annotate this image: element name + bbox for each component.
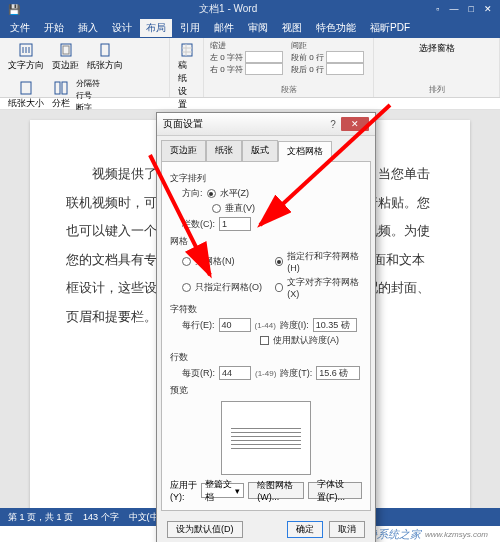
window-controls: ▫ — □ ✕ — [436, 4, 492, 14]
menu-design[interactable]: 设计 — [106, 19, 138, 37]
spacing-before-label: 段前 0 行 — [291, 52, 324, 63]
columns-label: 栏数(C): — [182, 218, 215, 231]
watermark-url: www.kzmsys.com — [425, 530, 488, 539]
spacing-after-input[interactable] — [326, 63, 364, 75]
columns-spinner[interactable]: 1 — [219, 217, 251, 231]
text-direction-group: 文字排列 — [170, 172, 362, 185]
columns-button[interactable]: 分栏 — [50, 78, 72, 113]
dialog-close-icon[interactable]: ✕ — [341, 117, 369, 131]
ribbon-group-arrange: 选择窗格 排列 — [374, 38, 500, 97]
tab-layout[interactable]: 版式 — [242, 140, 278, 161]
qat-save-icon[interactable]: 💾 — [8, 4, 20, 15]
dialog-help-icon[interactable]: ? — [325, 119, 341, 130]
maximize-icon[interactable]: □ — [469, 4, 474, 14]
menu-file[interactable]: 文件 — [4, 19, 36, 37]
per-page-spinner[interactable]: 44 — [219, 366, 251, 380]
dialog-title-bar[interactable]: 页面设置 ? ✕ — [157, 113, 375, 136]
status-words[interactable]: 143 个字 — [83, 511, 119, 524]
pitch-lines-spinner[interactable]: 15.6 磅 — [316, 366, 360, 380]
menu-foxit[interactable]: 福昕PDF — [364, 19, 416, 37]
document-title: 文档1 - Word — [20, 2, 436, 16]
use-default-pitch-label: 使用默认跨度(A) — [273, 334, 339, 347]
draw-grid-button[interactable]: 绘图网格(W)... — [248, 482, 304, 499]
apply-to-combo[interactable]: 整篇文档▾ — [201, 483, 244, 498]
title-bar: 💾 文档1 - Word ▫ — □ ✕ — [0, 0, 500, 18]
minimize-icon[interactable]: — — [450, 4, 459, 14]
indent-header: 缩进 — [210, 40, 283, 51]
menu-view[interactable]: 视图 — [276, 19, 308, 37]
margins-label: 页边距 — [52, 59, 79, 72]
radio-horizontal[interactable] — [207, 189, 216, 198]
size-button[interactable]: 纸张大小 — [6, 78, 46, 113]
tab-paper[interactable]: 纸张 — [206, 140, 242, 161]
cancel-button[interactable]: 取消 — [329, 521, 365, 538]
chevron-down-icon: ▾ — [235, 486, 240, 496]
per-page-label: 每页(R): — [182, 367, 215, 380]
ok-button[interactable]: 确定 — [287, 521, 323, 538]
menu-mailings[interactable]: 邮件 — [208, 19, 240, 37]
margins-button[interactable]: 页边距 — [50, 40, 81, 74]
indent-left-label: 左 0 字符 — [210, 52, 243, 63]
ribbon-options-icon[interactable]: ▫ — [436, 4, 439, 14]
menu-references[interactable]: 引用 — [174, 19, 206, 37]
pitch-chars-label: 跨度(I): — [280, 319, 309, 332]
preview-box — [221, 401, 311, 475]
dialog-tabs: 页边距 纸张 版式 文档网格 — [157, 136, 375, 161]
pitch-lines-label: 跨度(T): — [280, 367, 312, 380]
apply-to-value: 整篇文档 — [205, 478, 235, 504]
radio-line-grid-label: 只指定行网格(O) — [195, 281, 262, 294]
spacing-header: 间距 — [291, 40, 364, 51]
dialog-footer: 设为默认值(D) 确定 取消 — [157, 515, 375, 542]
per-line-label: 每行(E): — [182, 319, 215, 332]
group-paragraph-label: 段落 — [210, 84, 367, 95]
group-arrange-label: 排列 — [380, 84, 493, 95]
dialog-body: 文字排列 方向: 水平(Z) 垂直(V) 栏数(C): 1 网格 无网格(N) … — [161, 161, 371, 511]
ribbon: 文字方向 页边距 纸张方向 纸张大小 分栏 分隔符 行号 断字 页面设置 稿纸设… — [0, 38, 500, 98]
orientation-button[interactable]: 纸张方向 — [85, 40, 125, 74]
selection-pane-label: 选择窗格 — [419, 42, 455, 55]
radio-line-char-grid-label: 指定行和字符网格(H) — [287, 250, 362, 273]
svg-rect-7 — [182, 44, 192, 56]
menu-layout[interactable]: 布局 — [140, 19, 172, 37]
ribbon-group-paper: 稿纸设置 稿纸 — [170, 38, 204, 97]
radio-line-char-grid[interactable] — [275, 257, 283, 266]
radio-horizontal-label: 水平(Z) — [220, 187, 250, 200]
page-setup-dialog: 页面设置 ? ✕ 页边距 纸张 版式 文档网格 文字排列 方向: 水平(Z) 垂… — [156, 112, 376, 542]
svg-rect-6 — [62, 82, 67, 94]
selection-pane-button[interactable]: 选择窗格 — [380, 40, 493, 57]
per-line-spinner[interactable]: 40 — [219, 318, 251, 332]
tab-document-grid[interactable]: 文档网格 — [278, 141, 332, 162]
radio-char-align-grid-label: 文字对齐字符网格(X) — [287, 276, 362, 299]
close-icon[interactable]: ✕ — [484, 4, 492, 14]
menu-review[interactable]: 审阅 — [242, 19, 274, 37]
menu-special[interactable]: 特色功能 — [310, 19, 362, 37]
svg-rect-5 — [55, 82, 60, 94]
set-default-button[interactable]: 设为默认值(D) — [167, 521, 243, 538]
menu-bar: 文件 开始 插入 设计 布局 引用 邮件 审阅 视图 特色功能 福昕PDF — [0, 18, 500, 38]
indent-right-input[interactable] — [245, 63, 283, 75]
use-default-pitch-checkbox[interactable] — [260, 336, 269, 345]
manuscript-button[interactable]: 稿纸设置 — [176, 40, 197, 113]
line-numbers-button[interactable]: 行号 — [76, 90, 100, 101]
radio-vertical[interactable] — [212, 204, 221, 213]
menu-home[interactable]: 开始 — [38, 19, 70, 37]
orientation-label: 纸张方向 — [87, 59, 123, 72]
svg-rect-4 — [21, 82, 31, 94]
breaks-button[interactable]: 分隔符 — [76, 78, 100, 89]
radio-no-grid[interactable] — [182, 257, 191, 266]
manuscript-label: 稿纸设置 — [178, 59, 195, 111]
text-direction-button[interactable]: 文字方向 — [6, 40, 46, 74]
radio-char-align-grid[interactable] — [275, 283, 283, 292]
indent-left-input[interactable] — [245, 51, 283, 63]
radio-line-grid[interactable] — [182, 283, 191, 292]
tab-margins[interactable]: 页边距 — [161, 140, 206, 161]
size-label: 纸张大小 — [8, 97, 44, 110]
menu-insert[interactable]: 插入 — [72, 19, 104, 37]
spacing-before-input[interactable] — [326, 51, 364, 63]
pitch-chars-spinner[interactable]: 10.35 磅 — [313, 318, 357, 332]
font-settings-button[interactable]: 字体设置(F)... — [308, 482, 362, 499]
ribbon-group-paragraph: 缩进 左 0 字符 右 0 字符 间距 段前 0 行 段后 0 行 段落 — [204, 38, 374, 97]
direction-label: 方向: — [182, 187, 203, 200]
spacing-after-label: 段后 0 行 — [291, 64, 324, 75]
status-page[interactable]: 第 1 页，共 1 页 — [8, 511, 73, 524]
